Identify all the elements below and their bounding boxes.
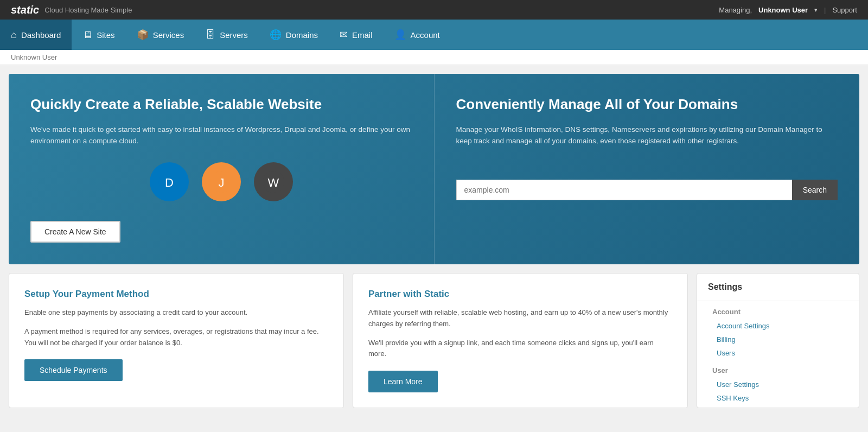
drupal-icon: D [150, 162, 189, 201]
cms-icons: D J W [30, 162, 412, 201]
user-section-label: User [697, 360, 859, 378]
partner-card-title: Partner with Static [368, 289, 672, 300]
nav-sites-label: Sites [97, 30, 114, 40]
ssh-keys-link[interactable]: SSH Keys [697, 391, 859, 405]
nav-services[interactable]: 📦 Services [126, 20, 195, 50]
search-button[interactable]: Search [792, 180, 838, 200]
hero-left-title: Quickly Create a Reliable, Scalable Webs… [30, 96, 412, 114]
support-link[interactable]: Support [832, 6, 857, 14]
brand: static Cloud Hosting Made Simple [11, 4, 132, 16]
joomla-icon: J [202, 162, 241, 201]
account-icon: 👤 [394, 29, 406, 41]
domain-search-row: Search [456, 180, 838, 200]
users-link[interactable]: Users [697, 346, 859, 360]
topbar: static Cloud Hosting Made Simple Managin… [0, 0, 868, 20]
nav-domains-label: Domains [286, 30, 318, 40]
brand-logo: static [11, 4, 39, 16]
settings-sections: Account Account Settings Billing Users U… [697, 301, 859, 405]
create-new-site-button[interactable]: Create A New Site [30, 221, 120, 243]
payment-card-text2: A payment method is required for any ser… [24, 326, 328, 349]
services-icon: 📦 [137, 29, 149, 41]
schedule-payments-button[interactable]: Schedule Payments [24, 359, 123, 381]
nav-email[interactable]: ✉ Email [329, 20, 384, 50]
partner-card-text1: Affiliate yourself with reliable, scalab… [368, 307, 672, 330]
sites-icon: 🖥 [82, 29, 92, 41]
billing-link[interactable]: Billing [697, 333, 859, 346]
cards-section: Setup Your Payment Method Enable one ste… [0, 273, 868, 417]
user-settings-link[interactable]: User Settings [697, 378, 859, 391]
nav-dashboard-label: Dashboard [21, 30, 61, 40]
topbar-divider: | [824, 6, 826, 14]
settings-user-section: User User Settings SSH Keys [697, 360, 859, 405]
nav-dashboard[interactable]: ⌂ Dashboard [0, 20, 72, 50]
hero-right-title: Conveniently Manage All of Your Domains [456, 96, 838, 114]
hero-right-desc: Manage your WhoIS information, DNS setti… [456, 124, 838, 147]
managing-label: Managing, [719, 6, 752, 14]
breadcrumb-text: Unknown User [11, 53, 57, 61]
account-settings-link[interactable]: Account Settings [697, 319, 859, 333]
nav-servers[interactable]: 🗄 Servers [195, 20, 259, 50]
domains-icon: 🌐 [270, 29, 282, 41]
payment-card: Setup Your Payment Method Enable one ste… [9, 273, 344, 408]
domain-search-input[interactable] [456, 180, 792, 200]
nav-email-label: Email [352, 30, 373, 40]
payment-card-text1: Enable one step payments by associating … [24, 307, 328, 319]
hero-right: Conveniently Manage All of Your Domains … [435, 74, 860, 264]
brand-tagline: Cloud Hosting Made Simple [44, 6, 132, 14]
learn-more-button[interactable]: Learn More [368, 371, 438, 392]
partner-card-text2: We'll provide you with a signup link, an… [368, 338, 672, 360]
user-name[interactable]: Unknown User [758, 6, 808, 14]
settings-card: Settings Account Account Settings Billin… [697, 273, 859, 408]
topbar-right: Managing, Unknown User ▾ | Support [719, 6, 857, 14]
account-section-label: Account [697, 301, 859, 319]
nav-domains[interactable]: 🌐 Domains [259, 20, 329, 50]
settings-title: Settings [697, 274, 859, 301]
svg-text:D: D [165, 176, 174, 189]
hero-section: Quickly Create a Reliable, Scalable Webs… [9, 74, 859, 264]
partner-card: Partner with Static Affiliate yourself w… [353, 273, 688, 408]
dashboard-icon: ⌂ [11, 29, 17, 41]
settings-account-section: Account Account Settings Billing Users [697, 301, 859, 360]
nav-sites[interactable]: 🖥 Sites [72, 20, 125, 50]
domain-search-area: Search [456, 180, 838, 200]
nav-servers-label: Servers [220, 30, 248, 40]
nav-account[interactable]: 👤 Account [384, 20, 451, 50]
hero-left: Quickly Create a Reliable, Scalable Webs… [9, 74, 435, 264]
email-icon: ✉ [340, 29, 348, 41]
navbar: ⌂ Dashboard 🖥 Sites 📦 Services 🗄 Servers… [0, 20, 868, 50]
user-dropdown-icon[interactable]: ▾ [814, 7, 818, 14]
svg-text:W: W [267, 176, 279, 189]
breadcrumb: Unknown User [0, 50, 868, 65]
svg-text:J: J [218, 176, 224, 189]
nav-services-label: Services [153, 30, 184, 40]
payment-card-title: Setup Your Payment Method [24, 289, 328, 300]
servers-icon: 🗄 [206, 29, 215, 41]
hero-left-desc: We've made it quick to get started with … [30, 124, 412, 147]
nav-account-label: Account [411, 30, 440, 40]
wordpress-icon: W [254, 162, 293, 201]
